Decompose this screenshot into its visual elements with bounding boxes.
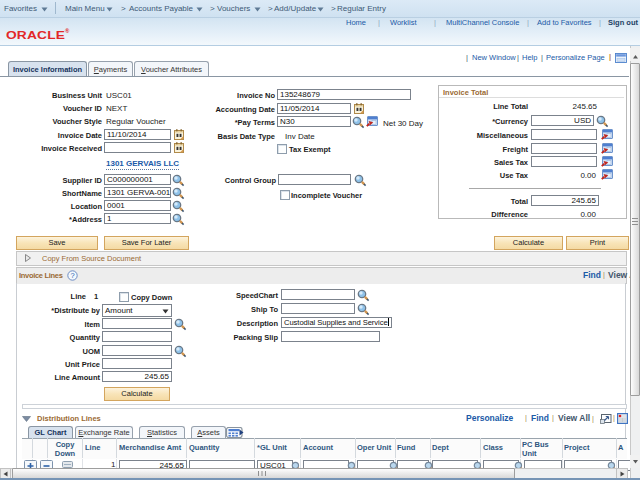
svg-text:?: ? [70, 271, 74, 280]
